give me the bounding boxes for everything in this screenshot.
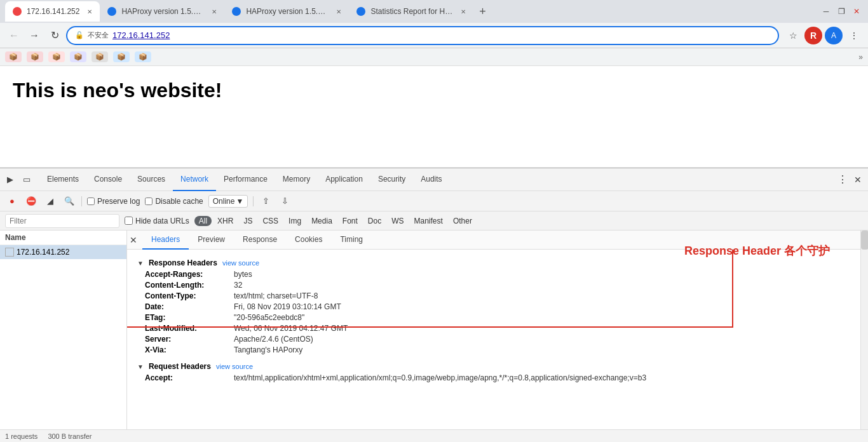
clear-button[interactable]: ⛔ — [24, 194, 38, 208]
devtools-main: Name 172.16.141.252 ✕ Headers Preview Re… — [0, 231, 868, 429]
network-left-panel: Name 172.16.141.252 — [0, 231, 127, 429]
filter-js[interactable]: JS — [239, 216, 257, 226]
tab3-close[interactable]: ✕ — [336, 8, 341, 15]
request-headers-section[interactable]: ▼ Request Headers view source — [137, 362, 850, 371]
filter-other[interactable]: Other — [449, 216, 477, 226]
disable-cache-checkbox[interactable]: Disable cache — [145, 197, 203, 206]
preserve-log-checkbox[interactable]: Preserve log — [87, 197, 140, 206]
tab-memory[interactable]: Memory — [275, 168, 318, 191]
menu-icon[interactable]: ⋮ — [845, 27, 863, 44]
response-headers-view-source[interactable]: view source — [222, 259, 259, 267]
tab-network[interactable]: Network — [173, 168, 216, 191]
tab-security[interactable]: Security — [370, 168, 413, 191]
filter-manifest[interactable]: Manifest — [410, 216, 447, 226]
account-icon[interactable]: A — [825, 27, 843, 44]
disable-cache-input[interactable] — [145, 198, 153, 205]
tab4-close[interactable]: ✕ — [461, 8, 466, 15]
header-name-accept: Accept: — [145, 373, 234, 382]
minimize-button[interactable]: ─ — [820, 5, 832, 18]
vertical-scrollbar[interactable] — [860, 231, 868, 429]
search-icon[interactable]: 🔍 — [62, 194, 76, 208]
header-etag: ETag: "20-596a5c2eebdc8" — [137, 313, 850, 322]
detail-tab-headers[interactable]: Headers — [142, 231, 189, 250]
bookmark-3[interactable]: 📦 — [48, 51, 65, 62]
filter-font[interactable]: Font — [338, 216, 362, 226]
tab-application[interactable]: Application — [318, 168, 370, 191]
header-value-content-length: 32 — [234, 281, 242, 290]
header-value-etag: "20-596a5c2eebdc8" — [234, 313, 304, 322]
back-button[interactable]: ← — [5, 27, 23, 44]
download-icon[interactable]: ⇩ — [278, 194, 292, 208]
filter-css[interactable]: CSS — [258, 216, 283, 226]
restore-button[interactable]: ❒ — [835, 5, 848, 18]
network-request-row[interactable]: 172.16.141.252 — [0, 245, 126, 259]
tab-2[interactable]: HAProxy version 1.5.19 - Conf... ✕ — [100, 1, 224, 22]
name-column-header: Name — [0, 231, 126, 245]
tab1-title: 172.16.141.252 — [27, 7, 79, 16]
bookmark-4[interactable]: 📦 — [70, 51, 86, 62]
bookmark-7[interactable]: 📦 — [135, 51, 151, 62]
header-value-content-type: text/html; charset=UTF-8 — [234, 291, 318, 300]
bookmark-1[interactable]: 📦 — [5, 51, 22, 62]
scroll-thumb[interactable] — [861, 231, 868, 250]
header-name-x-via: X-Via: — [145, 345, 234, 354]
tab-1[interactable]: 172.16.141.252 ✕ — [5, 1, 100, 22]
filter-img[interactable]: Img — [284, 216, 306, 226]
detail-tab-cookies[interactable]: Cookies — [286, 231, 331, 250]
request-headers-view-source[interactable]: view source — [216, 363, 253, 370]
window-controls: ─ ❒ ✕ — [820, 5, 863, 18]
tab-elements[interactable]: Elements — [39, 168, 86, 191]
throttle-select[interactable]: Online ▼ — [208, 195, 248, 208]
bookmarks-overflow-button[interactable]: » — [858, 53, 863, 62]
filter-doc[interactable]: Doc — [363, 216, 386, 226]
header-content-type: Content-Type: text/html; charset=UTF-8 — [137, 291, 850, 300]
tab1-close[interactable]: ✕ — [87, 8, 92, 15]
address-input[interactable] — [112, 30, 770, 40]
inspect-element-icon[interactable]: ▶ — [3, 172, 18, 187]
detail-tab-response[interactable]: Response — [234, 231, 286, 250]
filter-xhr[interactable]: XHR — [213, 216, 238, 226]
detail-close-button[interactable]: ✕ — [130, 235, 137, 245]
reload-button[interactable]: ↻ — [46, 27, 64, 44]
tab-performance[interactable]: Performance — [216, 168, 275, 191]
bookmark-star-icon[interactable]: ☆ — [784, 27, 802, 44]
address-bar[interactable]: 🔓 不安全 — [66, 26, 779, 45]
tab-audits[interactable]: Audits — [413, 168, 449, 191]
detail-tab-timing[interactable]: Timing — [331, 231, 372, 250]
header-name-content-length: Content-Length: — [145, 281, 234, 290]
bookmark-6[interactable]: 📦 — [113, 51, 130, 62]
bookmark-5[interactable]: 📦 — [92, 51, 108, 62]
devtools-more-button[interactable]: ⋮ — [835, 172, 850, 187]
hide-data-urls-checkbox[interactable]: Hide data URLs — [125, 217, 189, 225]
devtools-close-button[interactable]: ✕ — [850, 172, 865, 187]
filter-ws[interactable]: WS — [387, 216, 408, 226]
detail-tab-preview[interactable]: Preview — [189, 231, 234, 250]
upload-icon[interactable]: ⇧ — [259, 194, 273, 208]
tab2-close[interactable]: ✕ — [212, 8, 217, 15]
tab-3[interactable]: HAProxy version 1.5.19 - Conf... ✕ — [224, 1, 349, 22]
header-date: Date: Fri, 08 Nov 2019 03:10:14 GMT — [137, 302, 850, 311]
filter-media[interactable]: Media — [307, 216, 337, 226]
record-button[interactable]: ● — [5, 194, 19, 208]
filter-all[interactable]: All — [194, 216, 212, 226]
forward-button[interactable]: → — [25, 27, 43, 44]
user-icon[interactable]: R — [804, 27, 822, 44]
nav-bar: ← → ↻ 🔓 不安全 ☆ R A ⋮ — [0, 23, 868, 48]
filter-icon[interactable]: ◢ — [43, 194, 57, 208]
bookmark-2[interactable]: 📦 — [27, 51, 43, 62]
request-headers-title: Request Headers — [149, 362, 211, 371]
tab-console[interactable]: Console — [86, 168, 130, 191]
hide-data-urls-input[interactable] — [125, 217, 133, 225]
tab-sources[interactable]: Sources — [130, 168, 173, 191]
header-name-last-modified: Last-Modified: — [145, 324, 234, 333]
close-window-button[interactable]: ✕ — [850, 5, 863, 18]
header-server: Server: Apache/2.4.6 (CentOS) — [137, 335, 850, 344]
response-headers-section[interactable]: ▼ Response Headers view source — [137, 258, 850, 267]
tab-4[interactable]: Statistics Report for HAProxy ✕ — [349, 1, 473, 22]
preserve-log-input[interactable] — [87, 198, 95, 205]
filter-input[interactable] — [5, 214, 119, 228]
device-toolbar-icon[interactable]: ▭ — [19, 172, 34, 187]
new-tab-button[interactable]: + — [473, 3, 491, 20]
header-last-modified: Last-Modified: Wed, 06 Nov 2019 04:12:47… — [137, 324, 850, 333]
network-toolbar: ● ⛔ ◢ 🔍 Preserve log Disable cache Onlin… — [0, 191, 868, 211]
